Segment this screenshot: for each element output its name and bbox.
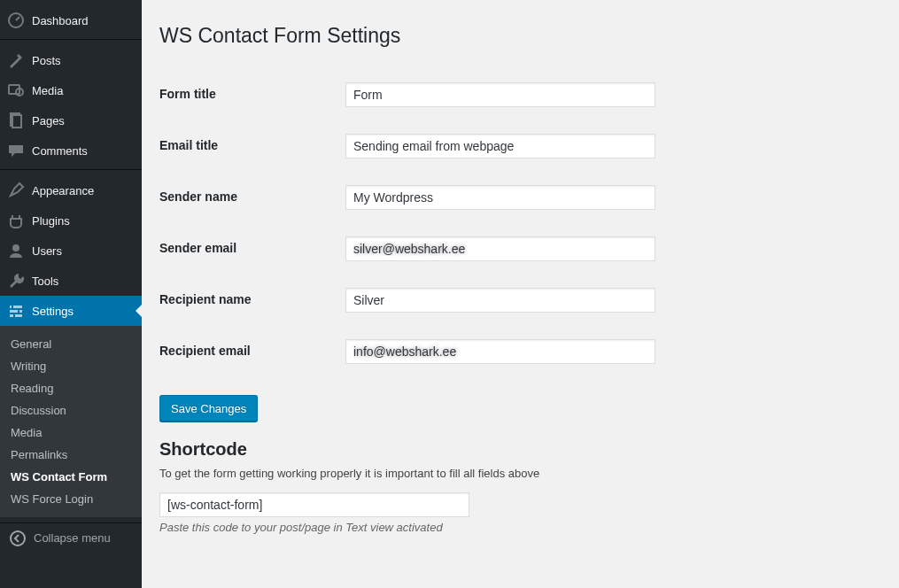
menu-label: Settings — [32, 305, 74, 318]
menu-item-media[interactable]: Media — [0, 75, 142, 105]
page-title: WS Contact Form Settings — [159, 16, 881, 51]
media-icon — [7, 81, 25, 99]
comments-icon — [7, 142, 25, 159]
shortcode-input[interactable] — [159, 492, 469, 517]
collapse-icon — [9, 530, 27, 547]
input-form-title[interactable] — [345, 82, 655, 107]
admin-menu: Dashboard Posts Media Pages Comments App… — [0, 0, 142, 517]
menu-item-plugins[interactable]: Plugins — [0, 205, 142, 236]
menu-label: Appearance — [32, 184, 94, 197]
pages-icon — [7, 112, 25, 129]
submenu-item-discussion[interactable]: Discussion — [0, 399, 142, 422]
menu-separator — [0, 35, 142, 40]
settings-form: Form title Email title Sender name Sende… — [159, 69, 881, 377]
menu-separator — [0, 166, 142, 170]
label-sender-email: Sender email — [159, 223, 337, 275]
svg-rect-8 — [10, 310, 22, 313]
menu-label: Users — [32, 244, 62, 258]
input-sender-name[interactable] — [345, 185, 655, 210]
users-icon — [7, 242, 25, 259]
dashboard-icon — [7, 12, 25, 29]
appearance-icon — [7, 182, 25, 199]
menu-label: Comments — [32, 144, 88, 158]
svg-rect-12 — [13, 313, 15, 318]
menu-item-appearance[interactable]: Appearance — [0, 175, 142, 205]
submenu-item-ws-force-login[interactable]: WS Force Login — [0, 488, 142, 510]
menu-label: Pages — [32, 114, 65, 128]
tools-icon — [7, 272, 25, 290]
svg-point-13 — [11, 531, 25, 545]
menu-item-settings[interactable]: Settings — [0, 296, 142, 326]
content-area: WS Contact Form Settings Form title Emai… — [142, 0, 899, 588]
label-recipient-email: Recipient email — [159, 326, 337, 377]
svg-rect-5 — [12, 115, 21, 128]
menu-item-pages[interactable]: Pages — [0, 105, 142, 135]
svg-line-1 — [16, 17, 19, 20]
menu-item-dashboard[interactable]: Dashboard — [0, 5, 142, 35]
label-form-title: Form title — [159, 69, 337, 120]
settings-icon — [7, 302, 25, 320]
submenu-item-general[interactable]: General — [0, 333, 142, 355]
svg-rect-11 — [18, 309, 19, 313]
menu-item-posts[interactable]: Posts — [0, 45, 142, 75]
svg-rect-10 — [12, 305, 13, 309]
input-email-title[interactable] — [345, 134, 655, 159]
label-sender-name: Sender name — [159, 172, 337, 223]
shortcode-description: To get the form getting working properly… — [159, 467, 881, 480]
menu-item-comments[interactable]: Comments — [0, 135, 142, 166]
settings-submenu: General Writing Reading Discussion Media… — [0, 326, 142, 517]
label-email-title: Email title — [159, 120, 337, 172]
submenu-item-reading[interactable]: Reading — [0, 377, 142, 399]
menu-label: Media — [32, 84, 63, 97]
input-sender-email[interactable] — [345, 236, 655, 261]
menu-label: Dashboard — [32, 14, 89, 27]
menu-label: Posts — [32, 54, 61, 67]
menu-label: Plugins — [32, 214, 70, 228]
shortcode-hint: Paste this code to your post/page in Tex… — [159, 521, 881, 534]
menu-item-users[interactable]: Users — [0, 236, 142, 266]
submenu-item-ws-contact-form[interactable]: WS Contact Form — [0, 466, 142, 488]
collapse-label: Collapse menu — [34, 531, 111, 545]
input-recipient-name[interactable] — [345, 288, 655, 313]
pin-icon — [7, 51, 25, 69]
submenu-item-permalinks[interactable]: Permalinks — [0, 444, 142, 466]
shortcode-heading: Shortcode — [159, 439, 881, 460]
submenu-item-writing[interactable]: Writing — [0, 355, 142, 377]
submenu-item-media[interactable]: Media — [0, 422, 142, 444]
collapse-menu[interactable]: Collapse menu — [0, 522, 142, 553]
label-recipient-name: Recipient name — [159, 275, 337, 326]
svg-rect-9 — [10, 314, 22, 317]
input-recipient-email[interactable] — [345, 339, 655, 364]
menu-item-tools[interactable]: Tools — [0, 266, 142, 296]
plugins-icon — [7, 212, 25, 229]
svg-point-6 — [12, 244, 19, 251]
save-button[interactable]: Save Changes — [159, 395, 258, 422]
menu-label: Tools — [32, 275, 58, 288]
admin-sidebar: Dashboard Posts Media Pages Comments App… — [0, 0, 142, 588]
